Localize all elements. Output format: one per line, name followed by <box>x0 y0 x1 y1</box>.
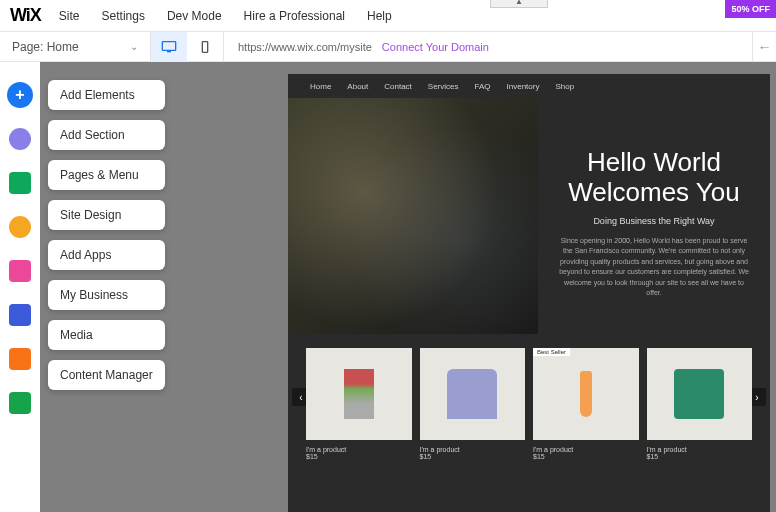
products-section: ‹ › I'm a product $15 I'm a product $15 … <box>288 334 770 474</box>
pages-icon[interactable] <box>7 170 33 196</box>
url-bar: https://www.wix.com/mysite Connect Your … <box>224 41 752 53</box>
connect-domain-link[interactable]: Connect Your Domain <box>382 41 489 53</box>
design-icon[interactable] <box>7 214 33 240</box>
menu-help[interactable]: Help <box>367 9 392 23</box>
nav-about[interactable]: About <box>347 82 368 91</box>
content-icon[interactable] <box>7 390 33 416</box>
chevron-up-icon: ▲ <box>515 0 523 6</box>
wix-logo[interactable]: WiX <box>10 5 41 26</box>
top-menubar: WiX Site Settings Dev Mode Hire a Profes… <box>0 0 776 32</box>
hero-text: Hello WorldWelcomes You Doing Business t… <box>538 98 770 334</box>
product-card[interactable]: I'm a product $15 <box>420 348 526 460</box>
product-image <box>344 369 374 419</box>
page-selector[interactable]: Page: Home ⌄ <box>0 40 150 54</box>
product-price: $15 <box>420 453 526 460</box>
product-card[interactable]: I'm a product $15 <box>647 348 753 460</box>
media-icon[interactable] <box>7 346 33 372</box>
menu-hire[interactable]: Hire a Professional <box>244 9 345 23</box>
forward-icon[interactable]: ← <box>752 32 776 62</box>
hero-title: Hello WorldWelcomes You <box>558 148 750 208</box>
nav-services[interactable]: Services <box>428 82 459 91</box>
btn-pages-menu[interactable]: Pages & Menu <box>48 160 165 190</box>
apps-icon[interactable] <box>7 258 33 284</box>
promo-badge[interactable]: 50% OFF <box>725 0 776 18</box>
btn-site-design[interactable]: Site Design <box>48 200 165 230</box>
btn-add-elements[interactable]: Add Elements <box>48 80 165 110</box>
nav-contact[interactable]: Contact <box>384 82 412 91</box>
page-label: Page: Home <box>12 40 79 54</box>
product-card[interactable]: I'm a product $15 <box>306 348 412 460</box>
btn-add-section[interactable]: Add Section <box>48 120 165 150</box>
hero-paragraph: Since opening in 2000, Hello World has b… <box>558 236 750 299</box>
add-icon[interactable]: + <box>7 82 33 108</box>
best-seller-badge: Best Seller <box>533 348 570 356</box>
editor-subbar: Page: Home ⌄ https://www.wix.com/mysite … <box>0 32 776 62</box>
editor-workspace: + Add Elements Add Section Pages & Menu … <box>0 62 776 512</box>
sections-icon[interactable] <box>7 126 33 152</box>
device-switcher <box>150 32 224 62</box>
site-url: https://www.wix.com/mysite <box>238 41 372 53</box>
hero-section: Hello WorldWelcomes You Doing Business t… <box>288 98 770 334</box>
btn-content-manager[interactable]: Content Manager <box>48 360 165 390</box>
mobile-icon[interactable] <box>187 32 223 62</box>
main-menu: Site Settings Dev Mode Hire a Profession… <box>59 9 392 23</box>
left-toolbar: + <box>0 62 40 512</box>
btn-add-apps[interactable]: Add Apps <box>48 240 165 270</box>
svg-rect-0 <box>162 41 175 50</box>
hero-image <box>288 98 538 334</box>
product-price: $15 <box>647 453 753 460</box>
nav-home[interactable]: Home <box>310 82 331 91</box>
collapse-toggle[interactable]: ▲ <box>490 0 548 8</box>
floating-panel-buttons: Add Elements Add Section Pages & Menu Si… <box>48 80 165 390</box>
business-icon[interactable] <box>7 302 33 328</box>
menu-dev-mode[interactable]: Dev Mode <box>167 9 222 23</box>
btn-media[interactable]: Media <box>48 320 165 350</box>
nav-faq[interactable]: FAQ <box>475 82 491 91</box>
btn-my-business[interactable]: My Business <box>48 280 165 310</box>
product-image <box>580 371 592 417</box>
product-label: I'm a product <box>533 446 639 453</box>
menu-settings[interactable]: Settings <box>102 9 145 23</box>
product-image <box>674 369 724 419</box>
product-price: $15 <box>306 453 412 460</box>
product-price: $15 <box>533 453 639 460</box>
nav-inventory[interactable]: Inventory <box>507 82 540 91</box>
svg-rect-1 <box>167 51 171 52</box>
chevron-down-icon: ⌄ <box>130 41 138 52</box>
site-preview[interactable]: Home About Contact Services FAQ Inventor… <box>288 74 770 512</box>
menu-site[interactable]: Site <box>59 9 80 23</box>
nav-shop[interactable]: Shop <box>555 82 574 91</box>
product-label: I'm a product <box>647 446 753 453</box>
preview-nav: Home About Contact Services FAQ Inventor… <box>288 74 770 98</box>
desktop-icon[interactable] <box>151 32 187 62</box>
product-label: I'm a product <box>306 446 412 453</box>
product-card[interactable]: Best Seller I'm a product $15 <box>533 348 639 460</box>
product-label: I'm a product <box>420 446 526 453</box>
product-image <box>447 369 497 419</box>
svg-rect-2 <box>202 41 207 52</box>
hero-subtitle: Doing Business the Right Way <box>558 216 750 226</box>
